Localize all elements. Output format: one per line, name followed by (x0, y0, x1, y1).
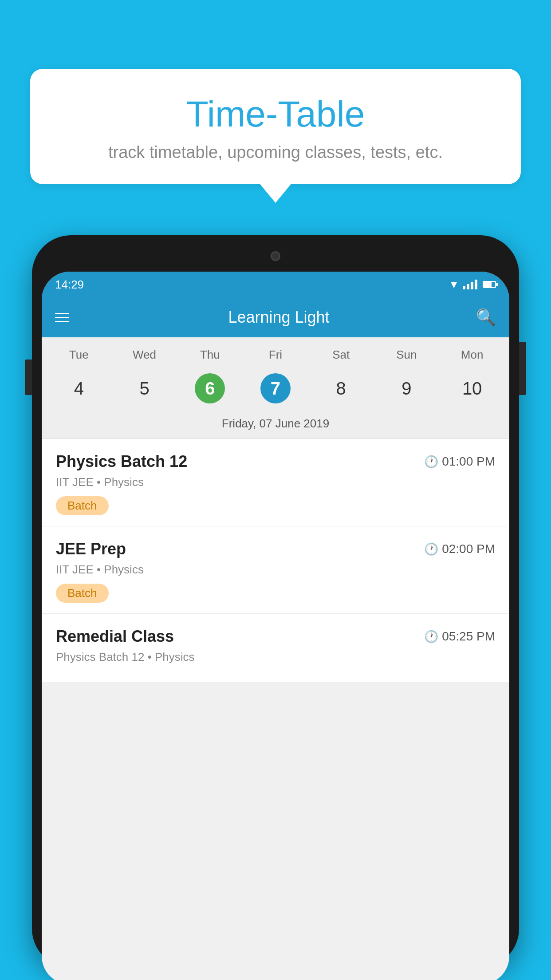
day-header-fri: Fri (243, 344, 308, 365)
phone-notch-bar (42, 245, 509, 272)
day-9[interactable]: 9 (374, 369, 440, 408)
clock-icon-0: 🕐 (424, 455, 438, 469)
schedule-item-0-time: 🕐 01:00 PM (424, 454, 495, 469)
phone-screen-inner: 14:29 ▼ (42, 272, 509, 980)
status-bar: 14:29 ▼ (42, 272, 509, 297)
schedule-item-1-time-text: 02:00 PM (442, 542, 495, 556)
search-icon[interactable]: 🔍 (476, 308, 496, 327)
schedule-item-2-meta: Physics Batch 12 • Physics (56, 650, 495, 664)
hamburger-line-1 (55, 313, 69, 314)
speech-bubble: Time-Table track timetable, upcoming cla… (30, 69, 521, 184)
schedule-item-2-time: 🕐 05:25 PM (424, 629, 495, 644)
day-6-circle[interactable]: 6 (195, 373, 225, 403)
battery-icon (483, 281, 496, 288)
day-7[interactable]: 7 (243, 369, 308, 408)
schedule-item-1-title: JEE Prep (56, 540, 126, 558)
signal-bar-1 (463, 286, 465, 289)
day-header-tue: Tue (46, 344, 112, 365)
day-5[interactable]: 5 (112, 369, 177, 408)
schedule-item-0-time-text: 01:00 PM (442, 454, 495, 469)
hamburger-menu-icon[interactable] (55, 313, 69, 322)
signal-bar-4 (475, 280, 477, 289)
phone-container: 14:29 ▼ (32, 235, 519, 980)
app-title: Learning Light (82, 308, 476, 327)
signal-bars (463, 280, 477, 289)
schedule-item-1[interactable]: JEE Prep 🕐 02:00 PM IIT JEE • Physics Ba… (42, 526, 509, 614)
signal-bar-2 (467, 284, 469, 289)
schedule-item-2-title: Remedial Class (56, 627, 174, 646)
bubble-subtitle: track timetable, upcoming classes, tests… (57, 143, 494, 162)
day-headers: Tue Wed Thu Fri Sat Sun Mon (42, 344, 509, 365)
day-header-sat: Sat (308, 344, 374, 365)
day-10[interactable]: 10 (439, 369, 505, 408)
schedule-item-1-header: JEE Prep 🕐 02:00 PM (56, 540, 495, 558)
day-8[interactable]: 8 (308, 369, 374, 408)
schedule-list: Physics Batch 12 🕐 01:00 PM IIT JEE • Ph… (42, 439, 509, 682)
schedule-item-0-meta: IIT JEE • Physics (56, 475, 495, 489)
schedule-item-1-tag: Batch (56, 584, 109, 603)
hamburger-line-3 (55, 321, 69, 322)
phone-notch (240, 245, 311, 267)
clock-icon-2: 🕐 (424, 630, 438, 644)
schedule-item-2-header: Remedial Class 🕐 05:25 PM (56, 627, 495, 646)
signal-bar-3 (471, 282, 473, 289)
status-time: 14:29 (55, 278, 84, 292)
phone-camera (271, 251, 280, 261)
day-4[interactable]: 4 (46, 369, 112, 408)
phone-screen: 14:29 ▼ (42, 272, 509, 980)
day-header-sun: Sun (374, 344, 440, 365)
selected-date-label: Friday, 07 June 2019 (42, 411, 509, 439)
day-6[interactable]: 6 (177, 369, 243, 408)
schedule-item-0-tag: Batch (56, 496, 109, 515)
clock-icon-1: 🕐 (424, 542, 438, 556)
day-header-thu: Thu (177, 344, 243, 365)
schedule-item-1-meta: IIT JEE • Physics (56, 563, 495, 577)
day-numbers: 4 5 6 7 8 9 10 (42, 365, 509, 411)
schedule-item-0[interactable]: Physics Batch 12 🕐 01:00 PM IIT JEE • Ph… (42, 439, 509, 526)
bubble-title: Time-Table (57, 93, 494, 135)
battery-fill (484, 282, 492, 287)
schedule-item-0-title: Physics Batch 12 (56, 452, 187, 471)
schedule-item-2-time-text: 05:25 PM (442, 629, 495, 644)
day-header-mon: Mon (439, 344, 505, 365)
app-header: Learning Light 🔍 (42, 297, 509, 337)
hamburger-line-2 (55, 317, 69, 318)
status-icons: ▼ (449, 278, 496, 291)
wifi-icon: ▼ (449, 278, 459, 291)
phone-outer: 14:29 ▼ (32, 235, 519, 968)
day-7-circle[interactable]: 7 (260, 373, 291, 403)
schedule-item-1-time: 🕐 02:00 PM (424, 542, 495, 556)
schedule-item-0-header: Physics Batch 12 🕐 01:00 PM (56, 452, 495, 471)
day-header-wed: Wed (112, 344, 177, 365)
calendar-strip: Tue Wed Thu Fri Sat Sun Mon 4 5 6 (42, 337, 509, 439)
schedule-item-2[interactable]: Remedial Class 🕐 05:25 PM Physics Batch … (42, 614, 509, 682)
